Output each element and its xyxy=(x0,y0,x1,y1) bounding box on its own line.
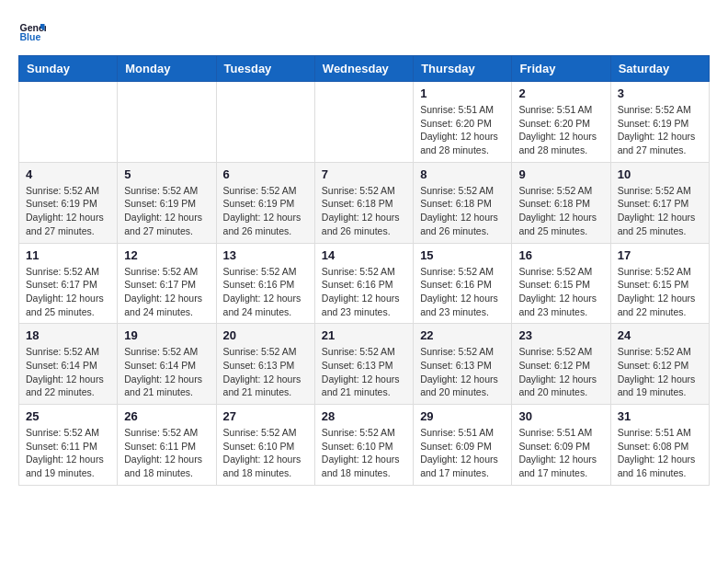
page-header: General Blue xyxy=(18,18,710,46)
calendar-cell: 13Sunrise: 5:52 AM Sunset: 6:16 PM Dayli… xyxy=(216,243,314,324)
calendar-cell: 31Sunrise: 5:51 AM Sunset: 6:08 PM Dayli… xyxy=(610,405,709,486)
day-info: Sunrise: 5:51 AM Sunset: 6:09 PM Dayligh… xyxy=(420,426,505,480)
calendar-cell: 24Sunrise: 5:52 AM Sunset: 6:12 PM Dayli… xyxy=(610,324,709,405)
logo: General Blue xyxy=(18,18,50,46)
calendar-cell: 22Sunrise: 5:52 AM Sunset: 6:13 PM Dayli… xyxy=(414,324,512,405)
logo-icon: General Blue xyxy=(18,18,46,46)
day-info: Sunrise: 5:52 AM Sunset: 6:11 PM Dayligh… xyxy=(124,426,209,480)
calendar-cell: 18Sunrise: 5:52 AM Sunset: 6:14 PM Dayli… xyxy=(19,324,118,405)
week-row-2: 4Sunrise: 5:52 AM Sunset: 6:19 PM Daylig… xyxy=(19,162,710,243)
day-info: Sunrise: 5:52 AM Sunset: 6:14 PM Dayligh… xyxy=(124,345,209,399)
calendar-cell xyxy=(118,82,216,163)
week-row-3: 11Sunrise: 5:52 AM Sunset: 6:17 PM Dayli… xyxy=(19,243,710,324)
calendar-cell: 4Sunrise: 5:52 AM Sunset: 6:19 PM Daylig… xyxy=(19,162,118,243)
day-number: 4 xyxy=(26,167,110,181)
day-number: 20 xyxy=(223,328,308,342)
calendar-cell: 3Sunrise: 5:52 AM Sunset: 6:19 PM Daylig… xyxy=(610,82,709,163)
calendar-cell: 28Sunrise: 5:52 AM Sunset: 6:10 PM Dayli… xyxy=(314,405,413,486)
calendar-cell: 27Sunrise: 5:52 AM Sunset: 6:10 PM Dayli… xyxy=(216,405,314,486)
day-number: 18 xyxy=(26,328,110,342)
calendar-cell: 23Sunrise: 5:52 AM Sunset: 6:12 PM Dayli… xyxy=(512,324,610,405)
day-number: 29 xyxy=(420,409,505,423)
calendar-cell: 14Sunrise: 5:52 AM Sunset: 6:16 PM Dayli… xyxy=(314,243,413,324)
calendar-cell: 8Sunrise: 5:52 AM Sunset: 6:18 PM Daylig… xyxy=(414,162,512,243)
day-number: 5 xyxy=(124,167,209,181)
calendar-cell: 1Sunrise: 5:51 AM Sunset: 6:20 PM Daylig… xyxy=(414,82,512,163)
calendar-cell: 10Sunrise: 5:52 AM Sunset: 6:17 PM Dayli… xyxy=(610,162,709,243)
weekday-header-monday: Monday xyxy=(118,56,216,82)
day-info: Sunrise: 5:52 AM Sunset: 6:10 PM Dayligh… xyxy=(223,426,308,480)
day-info: Sunrise: 5:51 AM Sunset: 6:20 PM Dayligh… xyxy=(518,103,603,157)
day-info: Sunrise: 5:52 AM Sunset: 6:19 PM Dayligh… xyxy=(223,184,308,238)
day-number: 13 xyxy=(223,248,308,262)
day-info: Sunrise: 5:52 AM Sunset: 6:17 PM Dayligh… xyxy=(26,265,110,319)
day-info: Sunrise: 5:52 AM Sunset: 6:14 PM Dayligh… xyxy=(26,345,110,399)
day-number: 21 xyxy=(322,328,406,342)
calendar-cell xyxy=(216,82,314,163)
day-info: Sunrise: 5:51 AM Sunset: 6:09 PM Dayligh… xyxy=(518,426,603,480)
svg-text:Blue: Blue xyxy=(20,31,41,42)
day-info: Sunrise: 5:52 AM Sunset: 6:15 PM Dayligh… xyxy=(618,265,702,319)
calendar-cell: 2Sunrise: 5:51 AM Sunset: 6:20 PM Daylig… xyxy=(512,82,610,163)
calendar-cell: 17Sunrise: 5:52 AM Sunset: 6:15 PM Dayli… xyxy=(610,243,709,324)
day-info: Sunrise: 5:51 AM Sunset: 6:08 PM Dayligh… xyxy=(618,426,702,480)
calendar-cell: 21Sunrise: 5:52 AM Sunset: 6:13 PM Dayli… xyxy=(314,324,413,405)
weekday-header-tuesday: Tuesday xyxy=(216,56,314,82)
calendar-cell: 20Sunrise: 5:52 AM Sunset: 6:13 PM Dayli… xyxy=(216,324,314,405)
weekday-header-saturday: Saturday xyxy=(610,56,709,82)
calendar-cell: 30Sunrise: 5:51 AM Sunset: 6:09 PM Dayli… xyxy=(512,405,610,486)
day-number: 15 xyxy=(420,248,505,262)
day-info: Sunrise: 5:52 AM Sunset: 6:18 PM Dayligh… xyxy=(322,184,406,238)
day-info: Sunrise: 5:52 AM Sunset: 6:19 PM Dayligh… xyxy=(26,184,110,238)
day-number: 10 xyxy=(618,167,702,181)
weekday-header-thursday: Thursday xyxy=(414,56,512,82)
day-number: 25 xyxy=(26,409,110,423)
day-info: Sunrise: 5:52 AM Sunset: 6:17 PM Dayligh… xyxy=(124,265,209,319)
day-number: 23 xyxy=(518,328,603,342)
day-info: Sunrise: 5:52 AM Sunset: 6:12 PM Dayligh… xyxy=(518,345,603,399)
day-info: Sunrise: 5:52 AM Sunset: 6:18 PM Dayligh… xyxy=(518,184,603,238)
day-number: 27 xyxy=(223,409,308,423)
calendar-cell: 7Sunrise: 5:52 AM Sunset: 6:18 PM Daylig… xyxy=(314,162,413,243)
day-number: 12 xyxy=(124,248,209,262)
day-number: 8 xyxy=(420,167,505,181)
day-info: Sunrise: 5:52 AM Sunset: 6:10 PM Dayligh… xyxy=(322,426,406,480)
week-row-5: 25Sunrise: 5:52 AM Sunset: 6:11 PM Dayli… xyxy=(19,405,710,486)
calendar-cell xyxy=(314,82,413,163)
day-info: Sunrise: 5:52 AM Sunset: 6:11 PM Dayligh… xyxy=(26,426,110,480)
calendar-cell: 11Sunrise: 5:52 AM Sunset: 6:17 PM Dayli… xyxy=(19,243,118,324)
weekday-header-wednesday: Wednesday xyxy=(314,56,413,82)
calendar-cell: 19Sunrise: 5:52 AM Sunset: 6:14 PM Dayli… xyxy=(118,324,216,405)
calendar-cell: 12Sunrise: 5:52 AM Sunset: 6:17 PM Dayli… xyxy=(118,243,216,324)
weekday-header-friday: Friday xyxy=(512,56,610,82)
calendar-cell: 15Sunrise: 5:52 AM Sunset: 6:16 PM Dayli… xyxy=(414,243,512,324)
day-info: Sunrise: 5:52 AM Sunset: 6:12 PM Dayligh… xyxy=(618,345,702,399)
day-number: 24 xyxy=(618,328,702,342)
day-number: 16 xyxy=(518,248,603,262)
day-info: Sunrise: 5:52 AM Sunset: 6:18 PM Dayligh… xyxy=(420,184,505,238)
calendar-cell: 5Sunrise: 5:52 AM Sunset: 6:19 PM Daylig… xyxy=(118,162,216,243)
week-row-4: 18Sunrise: 5:52 AM Sunset: 6:14 PM Dayli… xyxy=(19,324,710,405)
day-number: 28 xyxy=(322,409,406,423)
day-number: 22 xyxy=(420,328,505,342)
week-row-1: 1Sunrise: 5:51 AM Sunset: 6:20 PM Daylig… xyxy=(19,82,710,163)
calendar-cell: 9Sunrise: 5:52 AM Sunset: 6:18 PM Daylig… xyxy=(512,162,610,243)
calendar-cell: 26Sunrise: 5:52 AM Sunset: 6:11 PM Dayli… xyxy=(118,405,216,486)
calendar: SundayMondayTuesdayWednesdayThursdayFrid… xyxy=(18,55,710,486)
day-info: Sunrise: 5:52 AM Sunset: 6:13 PM Dayligh… xyxy=(322,345,406,399)
day-number: 26 xyxy=(124,409,209,423)
calendar-cell: 25Sunrise: 5:52 AM Sunset: 6:11 PM Dayli… xyxy=(19,405,118,486)
day-number: 11 xyxy=(26,248,110,262)
calendar-cell: 6Sunrise: 5:52 AM Sunset: 6:19 PM Daylig… xyxy=(216,162,314,243)
calendar-cell: 16Sunrise: 5:52 AM Sunset: 6:15 PM Dayli… xyxy=(512,243,610,324)
day-info: Sunrise: 5:51 AM Sunset: 6:20 PM Dayligh… xyxy=(420,103,505,157)
weekday-header-row: SundayMondayTuesdayWednesdayThursdayFrid… xyxy=(19,56,710,82)
day-number: 3 xyxy=(618,86,702,100)
day-info: Sunrise: 5:52 AM Sunset: 6:16 PM Dayligh… xyxy=(223,265,308,319)
weekday-header-sunday: Sunday xyxy=(19,56,118,82)
day-info: Sunrise: 5:52 AM Sunset: 6:13 PM Dayligh… xyxy=(223,345,308,399)
day-info: Sunrise: 5:52 AM Sunset: 6:13 PM Dayligh… xyxy=(420,345,505,399)
day-number: 7 xyxy=(322,167,406,181)
calendar-cell xyxy=(19,82,118,163)
day-number: 30 xyxy=(518,409,603,423)
